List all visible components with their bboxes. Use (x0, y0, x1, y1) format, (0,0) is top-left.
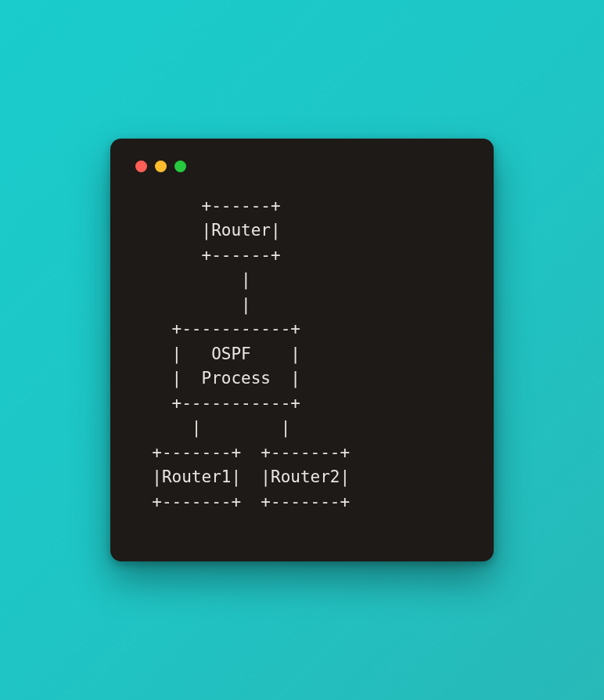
minimize-icon[interactable] (155, 161, 167, 172)
ascii-diagram: +------+ |Router| +------+ | | +--------… (132, 186, 472, 531)
window-titlebar (132, 157, 472, 186)
close-icon[interactable] (135, 161, 147, 172)
terminal-window: +------+ |Router| +------+ | | +--------… (110, 139, 494, 562)
maximize-icon[interactable] (174, 161, 186, 172)
